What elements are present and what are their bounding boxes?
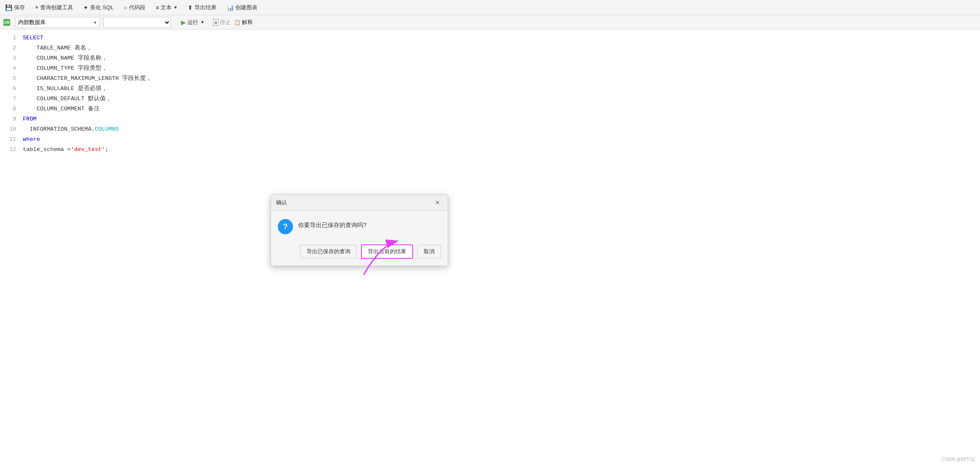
line-content-5: CHARACTER_MAXIMUM_LENGTH 字段长度， [23, 74, 152, 84]
code-line-10: 10 INFORMATION_SCHEMA.COLUMNS [0, 124, 980, 134]
code-line-12: 12 table_schema ='dev_test'; [0, 145, 980, 155]
line-content-12: table_schema ='dev_test'; [23, 145, 109, 155]
code-snippet-icon: ○ [124, 4, 127, 11]
confirm-dialog: 确认 ✕ ? 你要导出已保存的查询吗? 导出已保存的查询 导出当前的结果 取消 [271, 195, 448, 266]
stop-button: ■ 停止 [213, 19, 231, 26]
code-line-6: 6 IS_NULLABLE 是否必填， [0, 84, 980, 94]
toolbar: 💾 保存 ⌖ 查询创建工具 ✦ 美化 SQL ○ 代码段 ≡ 文本 ▼ ⬆ 导出… [0, 0, 980, 15]
line-content-4: COLUMN_TYPE 字段类型， [23, 63, 107, 74]
line-content-6: IS_NULLABLE 是否必填， [23, 84, 107, 94]
line-content-9: FROM [23, 114, 36, 124]
explain-button[interactable]: 📋 解释 [234, 19, 253, 26]
line-num-5: 5 [3, 74, 16, 84]
db-selector[interactable]: 内部数据库 [15, 17, 100, 28]
text-button[interactable]: ≡ 文本 ▼ [154, 3, 179, 12]
line-num-8: 8 [3, 104, 16, 114]
run-group: ▶ 运行 ▼ · ■ 停止 📋 解释 [181, 19, 253, 26]
explain-icon: 📋 [234, 19, 241, 25]
export-result-button[interactable]: ⬆ 导出结果 [186, 3, 218, 12]
line-num-12: 12 [3, 145, 16, 155]
stop-label: 停止 [220, 19, 231, 26]
dialog-message: 你要导出已保存的查询吗? [298, 219, 367, 229]
beautify-icon: ✦ [83, 4, 88, 11]
dialog-close-button[interactable]: ✕ [433, 198, 443, 207]
code-line-3: 3 COLUMN_NAME 字段名称， [0, 53, 980, 63]
save-icon: 💾 [5, 4, 12, 11]
dialog-question-icon: ? [278, 219, 293, 234]
cancel-button[interactable]: 取消 [417, 245, 441, 258]
separator: · [208, 19, 210, 26]
line-content-7: COLUMN_DEFAULT 默认值， [23, 94, 112, 104]
editor-container[interactable]: 1 SELECT 2 TABLE_NAME 表名， 3 COLUMN_NAME … [0, 30, 980, 466]
text-label: 文本 [161, 4, 172, 11]
stop-icon: ■ [213, 19, 219, 26]
code-line-7: 7 COLUMN_DEFAULT 默认值， [0, 94, 980, 104]
line-num-7: 7 [3, 94, 16, 104]
dialog-footer: 导出已保存的查询 导出当前的结果 取消 [271, 241, 448, 266]
code-line-4: 4 COLUMN_TYPE 字段类型， [0, 63, 980, 74]
dialog-title: 确认 [276, 199, 287, 206]
export-icon: ⬆ [188, 4, 193, 11]
line-content-11: where [23, 134, 40, 145]
create-chart-label: 创建图表 [235, 4, 257, 11]
run-button[interactable]: ▶ 运行 ▼ [181, 19, 205, 26]
code-line-2: 2 TABLE_NAME 表名， [0, 43, 980, 53]
save-button[interactable]: 💾 保存 [3, 3, 27, 12]
export-result-label: 导出结果 [194, 4, 216, 11]
db-icon: DB [3, 19, 10, 26]
code-line-9: 9 FROM [0, 114, 980, 124]
code-line-8: 8 COLUMN_COMMENT 备注 [0, 104, 980, 114]
line-num-9: 9 [3, 114, 16, 124]
watermark: CSDN @阿宁法 [942, 456, 975, 463]
line-num-3: 3 [3, 53, 16, 63]
beautify-sql-button[interactable]: ✦ 美化 SQL [82, 3, 115, 12]
chart-icon: 📊 [227, 4, 234, 11]
line-content-8: COLUMN_COMMENT 备注 [23, 104, 100, 114]
export-current-button[interactable]: 导出当前的结果 [361, 244, 413, 259]
query-tool-label: 查询创建工具 [40, 4, 73, 11]
run-icon: ▶ [181, 19, 186, 26]
line-num-6: 6 [3, 84, 16, 94]
sql-editor[interactable]: 1 SELECT 2 TABLE_NAME 表名， 3 COLUMN_NAME … [0, 30, 980, 158]
line-num-2: 2 [3, 43, 16, 53]
dialog-icon-text: ? [283, 222, 288, 231]
text-dropdown-icon: ▼ [173, 5, 178, 10]
line-content-3: COLUMN_NAME 字段名称， [23, 53, 107, 63]
db-bar: DB 内部数据库 ▶ 运行 ▼ · ■ 停止 📋 解释 [0, 15, 980, 30]
code-line-11: 11 where [0, 134, 980, 145]
line-num-10: 10 [3, 124, 16, 134]
line-content-2: TABLE_NAME 表名， [23, 43, 92, 53]
code-snippet-button[interactable]: ○ 代码段 [122, 3, 147, 12]
code-snippet-label: 代码段 [129, 4, 145, 11]
db-select-wrapper[interactable]: 内部数据库 [15, 17, 100, 28]
beautify-label: 美化 SQL [90, 4, 114, 11]
line-content-10: INFORMATION_SCHEMA.COLUMNS [23, 124, 119, 134]
dialog-body: ? 你要导出已保存的查询吗? [271, 211, 448, 241]
query-tool-icon: ⌖ [35, 4, 38, 11]
save-label: 保存 [14, 4, 25, 11]
line-num-4: 4 [3, 63, 16, 74]
dialog-title-bar: 确认 ✕ [271, 195, 448, 211]
code-line-5: 5 CHARACTER_MAXIMUM_LENGTH 字段长度， [0, 74, 980, 84]
line-content-1: SELECT [23, 33, 44, 43]
export-saved-button[interactable]: 导出已保存的查询 [300, 245, 357, 258]
text-icon: ≡ [156, 4, 159, 11]
explain-label: 解释 [242, 19, 253, 26]
line-num-1: 1 [3, 33, 16, 43]
code-line-1: 1 SELECT [0, 33, 980, 43]
db-schema-selector[interactable] [103, 17, 171, 28]
run-dropdown-icon: ▼ [200, 20, 205, 25]
run-label: 运行 [187, 19, 198, 26]
create-chart-button[interactable]: 📊 创建图表 [225, 3, 259, 12]
db-schema-select-wrapper[interactable] [103, 17, 171, 28]
line-num-11: 11 [3, 134, 16, 145]
query-tool-button[interactable]: ⌖ 查询创建工具 [33, 3, 75, 12]
